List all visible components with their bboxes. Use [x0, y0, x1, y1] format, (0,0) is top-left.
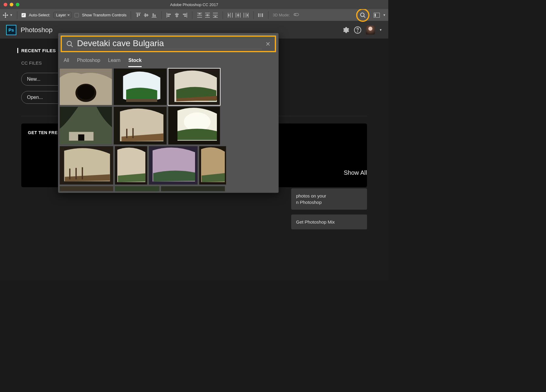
svg-rect-34 — [236, 13, 236, 18]
svg-rect-61 — [126, 129, 127, 138]
separator — [131, 11, 131, 19]
distribute-top-icon[interactable] — [197, 12, 203, 18]
svg-rect-30 — [228, 13, 228, 18]
workspace-switcher-icon[interactable] — [374, 13, 380, 18]
stock-thumbnail[interactable] — [59, 186, 113, 191]
stock-thumbnail[interactable] — [59, 68, 112, 105]
search-button-highlight[interactable] — [356, 8, 369, 22]
chevron-down-icon[interactable]: ▼ — [379, 28, 382, 32]
options-bar: ▼ ✓ Auto-Select: Layer Show Transform Co… — [0, 9, 388, 21]
promo-card-lightroom[interactable]: photos on your n Photoshop — [291, 188, 367, 210]
svg-rect-15 — [187, 13, 187, 18]
stock-thumbnail[interactable] — [168, 106, 220, 145]
align-edges-group — [135, 12, 157, 18]
promo-card-mix[interactable]: Get Photoshop Mix — [291, 215, 367, 229]
svg-rect-74 — [161, 186, 225, 191]
svg-rect-16 — [183, 14, 186, 15]
svg-rect-10 — [167, 14, 171, 15]
zoom-window-button[interactable] — [16, 3, 19, 6]
stock-thumbnail[interactable] — [59, 146, 113, 185]
svg-rect-25 — [207, 14, 208, 16]
stock-thumbnail[interactable] — [113, 106, 167, 145]
svg-rect-41 — [247, 14, 248, 16]
show-transform-label: Show Transform Controls — [82, 13, 126, 17]
card-text: photos on your — [296, 193, 362, 199]
search-tab-learn[interactable]: Learn — [108, 56, 120, 67]
right-side-cards: Show All photos on your n Photoshop Get … — [291, 169, 367, 234]
svg-rect-31 — [230, 13, 231, 18]
stock-thumbnail[interactable] — [115, 186, 160, 191]
separator — [161, 11, 162, 19]
search-tab-photoshop[interactable]: Photoshop — [77, 56, 100, 67]
svg-rect-44 — [262, 13, 263, 17]
3d-orbit-icon[interactable] — [293, 12, 299, 18]
user-avatar[interactable] — [366, 25, 375, 35]
search-tab-stock[interactable]: Stock — [128, 56, 142, 67]
stock-thumbnail-selected[interactable] — [168, 68, 220, 105]
separator — [223, 11, 223, 19]
show-transform-checkbox[interactable] — [75, 13, 79, 17]
search-field-highlight: ✕ — [61, 35, 276, 52]
align-left-icon[interactable] — [166, 12, 172, 18]
svg-rect-43 — [260, 13, 261, 17]
stock-thumbnail[interactable] — [161, 186, 225, 191]
stock-thumbnail[interactable] — [149, 146, 198, 185]
svg-rect-0 — [136, 13, 141, 13]
clear-search-button[interactable]: ✕ — [265, 40, 271, 48]
auto-align-group — [258, 12, 264, 18]
separator — [268, 11, 268, 19]
search-input[interactable] — [77, 39, 262, 49]
svg-rect-33 — [228, 14, 229, 16]
minimize-window-button[interactable] — [10, 3, 13, 6]
distribute-hcenter-icon[interactable] — [235, 12, 241, 18]
app-name-label: Photoshop — [21, 26, 52, 34]
separator — [253, 11, 254, 19]
svg-rect-38 — [244, 13, 244, 18]
settings-button[interactable] — [342, 26, 349, 34]
align-vcenter-icon[interactable] — [143, 12, 149, 18]
svg-rect-6 — [152, 17, 157, 18]
svg-rect-5 — [147, 14, 148, 16]
auto-select-dropdown[interactable]: Layer — [53, 12, 72, 18]
svg-rect-68 — [82, 167, 83, 179]
svg-rect-19 — [197, 15, 202, 15]
svg-rect-4 — [145, 13, 146, 17]
help-button[interactable] — [354, 26, 362, 34]
distribute-right-icon[interactable] — [243, 12, 249, 18]
3d-mode-label: 3D Mode: — [273, 13, 290, 17]
ps-logo: Ps — [6, 25, 16, 35]
svg-rect-62 — [132, 128, 133, 138]
separator — [192, 11, 192, 19]
svg-rect-12 — [177, 13, 177, 18]
svg-rect-37 — [237, 14, 239, 16]
chevron-down-icon: ▼ — [10, 13, 13, 17]
stock-thumbnail[interactable] — [115, 146, 147, 185]
close-window-button[interactable] — [4, 3, 7, 6]
auto-select-checkbox[interactable]: ✓ — [22, 13, 26, 17]
align-bottom-icon[interactable] — [151, 12, 157, 18]
svg-rect-26 — [213, 13, 218, 13]
stock-results-grid — [58, 67, 278, 193]
svg-rect-40 — [248, 13, 248, 18]
distribute-left-icon[interactable] — [227, 12, 233, 18]
stock-thumbnail[interactable] — [199, 146, 226, 185]
stock-thumbnail[interactable] — [113, 68, 167, 105]
search-tab-all[interactable]: All — [64, 56, 69, 67]
align-right-icon[interactable] — [182, 12, 188, 18]
align-horizontal-group — [166, 12, 188, 18]
align-top-icon[interactable] — [135, 12, 141, 18]
chevron-down-icon[interactable]: ▼ — [383, 13, 386, 17]
auto-align-icon[interactable] — [258, 12, 264, 18]
svg-rect-42 — [258, 13, 259, 17]
align-hcenter-icon[interactable] — [174, 12, 180, 18]
svg-rect-73 — [115, 186, 159, 191]
svg-rect-18 — [197, 13, 202, 13]
move-tool-indicator[interactable]: ▼ — [2, 12, 13, 18]
move-tool-icon — [2, 12, 8, 18]
distribute-vcenter-icon[interactable] — [204, 12, 211, 18]
stock-thumbnail[interactable] — [59, 106, 112, 145]
svg-rect-59 — [78, 134, 84, 141]
distribute-bottom-icon[interactable] — [212, 12, 218, 18]
show-all-link[interactable]: Show All — [291, 169, 367, 176]
separator — [17, 11, 17, 19]
